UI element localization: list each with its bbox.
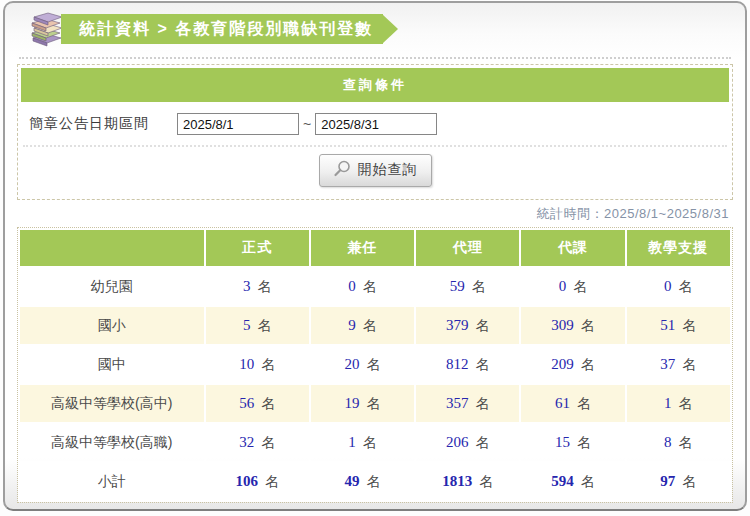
count-unit: 名 [479,473,493,489]
count-value: 0 [348,278,356,294]
stat-time: 統計時間：2025/8/1~2025/8/31 [21,205,729,223]
count-unit: 名 [682,473,696,489]
count-unit: 名 [679,434,693,450]
search-button-label: 開始查詢 [358,161,418,179]
count-cell: 309名 [520,306,625,345]
count-unit: 名 [577,395,591,411]
count-unit: 名 [366,356,380,372]
search-button[interactable]: 開始查詢 [319,154,432,187]
magnifier-icon [333,159,352,181]
vacancy-table-head: 正式 兼任 代理 代課 教學支援 [19,229,731,267]
breadcrumb-text: 統計資料 > 各教育階段別職缺刊登數 [79,19,373,40]
row-label: 高級中等學校(高中) [19,384,205,423]
count-cell: 206名 [415,423,520,462]
count-cell: 209名 [520,345,625,384]
row-label: 小計 [19,462,205,501]
count-unit: 名 [476,395,490,411]
table-row: 國小5名9名379名309名51名 [19,306,731,345]
count-cell: 1名 [626,384,731,423]
count-value: 10 [239,356,254,372]
page-card: 統計資料 > 各教育階段別職缺刊登數 查詢條件 簡章公告日期區間 ~ 開始查詢 [3,1,747,511]
table-row: 幼兒園3名0名59名0名0名 [19,267,731,306]
count-cell: 59名 [415,267,520,306]
count-cell: 0名 [626,267,731,306]
count-value: 812 [446,356,469,372]
count-cell: 56名 [205,384,310,423]
count-value: 15 [555,434,570,450]
count-cell: 1名 [310,423,415,462]
count-value: 20 [344,356,359,372]
count-value: 209 [551,356,574,372]
count-unit: 名 [261,395,275,411]
count-value: 61 [555,395,570,411]
count-unit: 名 [261,356,275,372]
header-cell: 兼任 [310,229,415,267]
row-label: 幼兒園 [19,267,205,306]
count-unit: 名 [581,473,595,489]
count-cell: 32名 [205,423,310,462]
count-unit: 名 [257,278,271,294]
date-from-input[interactable] [177,113,299,135]
count-unit: 名 [573,278,587,294]
count-value: 0 [664,278,672,294]
count-unit: 名 [577,434,591,450]
count-value: 8 [664,434,672,450]
count-cell: 5名 [205,306,310,345]
count-cell: 15名 [520,423,625,462]
count-cell: 9名 [310,306,415,345]
vacancy-table: 正式 兼任 代理 代課 教學支援 幼兒園3名0名59名0名0名國小5名9名379… [18,228,732,502]
count-unit: 名 [257,317,271,333]
header-cell: 正式 [205,229,310,267]
count-cell: 51名 [626,306,731,345]
count-cell: 594名 [520,462,625,501]
count-unit: 名 [581,317,595,333]
count-cell: 357名 [415,384,520,423]
date-range-label: 簡章公告日期區間 [29,115,149,133]
count-unit: 名 [366,395,380,411]
count-unit: 名 [476,434,490,450]
count-cell: 106名 [205,462,310,501]
count-unit: 名 [261,434,275,450]
button-row: 開始查詢 [21,147,729,196]
count-unit: 名 [679,395,693,411]
count-cell: 0名 [310,267,415,306]
count-cell: 1813名 [415,462,520,501]
header-cell: 代課 [520,229,625,267]
page-header: 統計資料 > 各教育階段別職缺刊登數 [5,3,745,51]
count-value: 1813 [442,473,472,489]
table-row: 高級中等學校(高中)56名19名357名61名1名 [19,384,731,423]
count-cell: 0名 [520,267,625,306]
count-value: 9 [348,317,356,333]
count-unit: 名 [682,356,696,372]
count-cell: 379名 [415,306,520,345]
row-label: 國小 [19,306,205,345]
count-value: 19 [344,395,359,411]
count-value: 309 [551,317,574,333]
table-row: 高級中等學校(高職)32名1名206名15名8名 [19,423,731,462]
count-unit: 名 [363,278,377,294]
breadcrumb: 統計資料 > 各教育階段別職缺刊登數 [61,14,383,44]
count-value: 97 [660,473,675,489]
table-row: 國中10名20名812名209名37名 [19,345,731,384]
header-cell-empty [19,229,205,267]
count-value: 357 [446,395,469,411]
table-row: 小計106名49名1813名594名97名 [19,462,731,501]
count-value: 1 [348,434,356,450]
count-cell: 37名 [626,345,731,384]
header-cell: 教學支援 [626,229,731,267]
count-unit: 名 [682,317,696,333]
count-value: 32 [239,434,254,450]
count-cell: 10名 [205,345,310,384]
count-unit: 名 [476,356,490,372]
date-to-input[interactable] [315,113,437,135]
count-unit: 名 [363,434,377,450]
count-unit: 名 [679,278,693,294]
header-divider [19,57,731,59]
count-value: 59 [450,278,465,294]
count-value: 49 [344,473,359,489]
header-row: 正式 兼任 代理 代課 教學支援 [19,229,731,267]
count-cell: 61名 [520,384,625,423]
count-value: 0 [559,278,567,294]
count-cell: 8名 [626,423,731,462]
count-value: 3 [243,278,251,294]
